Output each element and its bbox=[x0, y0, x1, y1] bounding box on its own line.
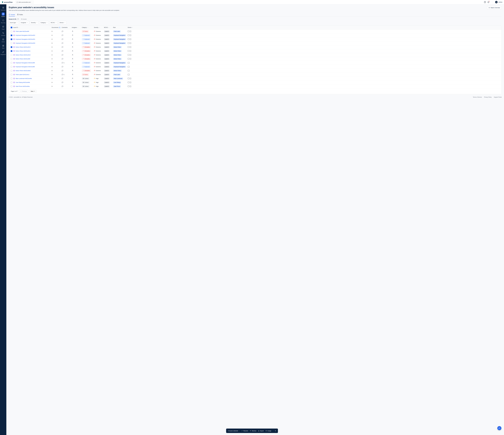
row-checkbox[interactable] bbox=[11, 50, 12, 52]
close-action-bar-button[interactable] bbox=[275, 430, 276, 431]
assignee-cell[interactable] bbox=[72, 42, 82, 44]
mobile-icon[interactable] bbox=[130, 82, 131, 83]
prev-button[interactable]: Previous bbox=[19, 90, 28, 93]
filter-issue-type[interactable]: Issue type bbox=[9, 21, 19, 24]
desktop-icon[interactable] bbox=[128, 54, 130, 56]
notifications-button[interactable] bbox=[487, 1, 489, 3]
comments-cell[interactable] bbox=[62, 31, 72, 32]
info-icon[interactable] bbox=[17, 18, 19, 20]
col-comments[interactable]: Comments bbox=[62, 27, 72, 28]
mobile-icon[interactable] bbox=[130, 86, 131, 87]
row-checkbox[interactable] bbox=[11, 74, 12, 75]
brand-logo[interactable]: accessFlow bbox=[2, 1, 12, 3]
row-checkbox[interactable] bbox=[11, 78, 12, 79]
issue-link[interactable]: Button-Roles-fe915ce8e9 bbox=[16, 70, 30, 71]
col-severity[interactable]: Severity bbox=[94, 27, 104, 28]
comments-cell[interactable] bbox=[62, 66, 72, 68]
comments-cell[interactable]: 1 bbox=[62, 62, 72, 64]
sidebar-item-recurring[interactable]: Recurring bbox=[0, 18, 6, 24]
comments-cell[interactable] bbox=[62, 86, 72, 87]
row-checkbox[interactable] bbox=[11, 35, 12, 36]
resolve-button[interactable]: Resolve bbox=[241, 430, 248, 432]
assignee-cell[interactable] bbox=[72, 54, 82, 56]
sidebar-item-explore[interactable]: Explore bbox=[0, 12, 6, 18]
desktop-icon[interactable] bbox=[128, 31, 130, 32]
desktop-icon[interactable] bbox=[128, 46, 130, 48]
assignee-cell[interactable] bbox=[72, 58, 82, 60]
issue-link[interactable]: Main-Landmark-fe915ce94c bbox=[16, 78, 32, 79]
desktop-icon[interactable] bbox=[128, 70, 130, 71]
mobile-icon[interactable] bbox=[130, 31, 131, 32]
assignee-cell[interactable] bbox=[72, 38, 82, 40]
issue-link[interactable]: Sale-Prices-fe915ce94a bbox=[16, 86, 30, 87]
mobile-icon[interactable] bbox=[130, 78, 131, 79]
assignee-cell[interactable] bbox=[72, 70, 82, 72]
assignee-cell[interactable] bbox=[72, 46, 82, 48]
row-checkbox[interactable] bbox=[11, 58, 12, 60]
col-wcag[interactable]: WCAG bbox=[104, 27, 113, 28]
desktop-icon[interactable] bbox=[128, 58, 130, 60]
site-selector[interactable]: demo.accessibe.com bbox=[15, 1, 34, 4]
issue-link[interactable]: Button-Roles-fe915ce911 bbox=[16, 50, 30, 52]
desktop-icon[interactable] bbox=[128, 66, 130, 68]
footer-link[interactable]: Support Portal bbox=[494, 96, 502, 98]
chat-fab[interactable] bbox=[497, 426, 501, 430]
help-button[interactable] bbox=[484, 1, 486, 3]
issue-link[interactable]: Button-Roles-fe915ce90f bbox=[16, 58, 30, 60]
assignee-cell[interactable] bbox=[72, 62, 82, 64]
user-menu[interactable]: Ar ADINA bbox=[495, 1, 502, 3]
sidebar-item-pages[interactable]: Pages bbox=[0, 25, 6, 30]
select-all-checkbox[interactable] bbox=[11, 27, 12, 28]
filter-wcag[interactable]: WCAG bbox=[49, 21, 58, 24]
filter-severity[interactable]: Severity bbox=[30, 21, 39, 24]
assignee-cell[interactable] bbox=[72, 78, 82, 79]
comments-cell[interactable] bbox=[62, 54, 72, 56]
desktop-icon[interactable] bbox=[128, 35, 130, 36]
row-checkbox[interactable] bbox=[11, 42, 12, 44]
row-checkbox[interactable] bbox=[11, 62, 12, 64]
assignee-cell[interactable] bbox=[72, 66, 82, 68]
issue-link[interactable]: Keyboard-Navigation-fe915ce932 bbox=[16, 35, 35, 36]
tab-rules[interactable]: Rules bbox=[17, 13, 23, 17]
row-checkbox[interactable] bbox=[11, 31, 12, 32]
comments-cell[interactable] bbox=[62, 50, 72, 52]
mobile-icon[interactable] bbox=[130, 35, 131, 36]
issue-link[interactable]: Field-Label-fe915ce94f bbox=[16, 31, 29, 32]
comments-cell[interactable] bbox=[62, 70, 72, 71]
row-checkbox[interactable] bbox=[11, 82, 12, 83]
col-assignee[interactable]: Assignee bbox=[72, 27, 82, 28]
issue-link[interactable]: Button-Roles-fe915ce910 bbox=[16, 54, 30, 56]
issue-link[interactable]: Keyboard-Navigation-fe915ce931 bbox=[16, 38, 35, 40]
desktop-icon[interactable] bbox=[128, 50, 130, 52]
comments-cell[interactable]: 1 bbox=[62, 74, 72, 75]
issue-link[interactable]: Keyboard-Navigation-fe915ce8f9 bbox=[16, 62, 35, 63]
assignee-cell[interactable] bbox=[72, 30, 82, 32]
mobile-icon[interactable] bbox=[130, 38, 131, 40]
sidebar-item-tasks[interactable]: Tasks bbox=[0, 44, 6, 49]
desktop-icon[interactable] bbox=[128, 38, 130, 40]
next-button[interactable]: Next bbox=[29, 90, 36, 93]
col-occurrences[interactable]: Occurrences bbox=[52, 27, 62, 28]
export-button[interactable]: Export bbox=[258, 430, 264, 432]
comments-cell[interactable] bbox=[62, 78, 72, 79]
sidebar-item-integrations[interactable]: Integrations bbox=[0, 50, 6, 56]
filter-device[interactable]: Device bbox=[58, 21, 67, 24]
dismiss-button[interactable]: Dismiss bbox=[250, 430, 256, 432]
filter-category[interactable]: Category bbox=[39, 21, 49, 24]
desktop-icon[interactable] bbox=[128, 62, 130, 63]
mobile-icon[interactable] bbox=[130, 54, 131, 56]
assignee-cell[interactable] bbox=[72, 81, 82, 83]
comments-cell[interactable] bbox=[62, 82, 72, 83]
col-device[interactable]: Device bbox=[128, 27, 138, 28]
comments-cell[interactable] bbox=[62, 38, 72, 40]
desktop-icon[interactable] bbox=[128, 74, 130, 75]
footer-link[interactable]: Terms of Service bbox=[473, 96, 482, 98]
desktop-icon[interactable] bbox=[128, 86, 130, 87]
assignee-cell[interactable] bbox=[72, 74, 82, 76]
row-checkbox[interactable] bbox=[11, 38, 12, 40]
col-category[interactable]: Category bbox=[82, 27, 94, 28]
sidebar-item-dashboard[interactable]: Dashboard bbox=[0, 6, 6, 11]
sidebar-item-assets[interactable]: Assets bbox=[0, 37, 6, 43]
assign-button[interactable]: Assign bbox=[265, 430, 271, 432]
mobile-icon[interactable] bbox=[130, 50, 131, 52]
